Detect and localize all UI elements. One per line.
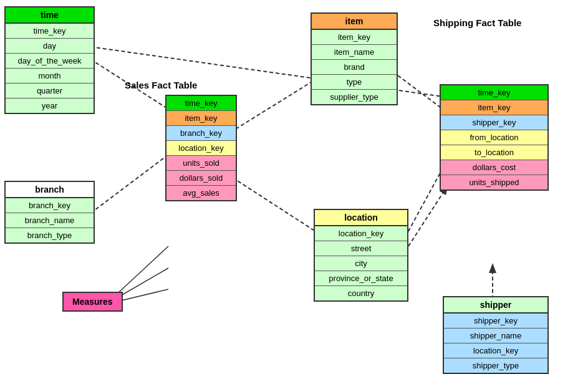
location-row-3: province_or_state [315, 271, 407, 286]
item-row-3: type [312, 75, 397, 90]
location-row-1: street [315, 241, 407, 256]
shipping-fact-row-to: to_location [441, 145, 547, 160]
svg-line-4 [233, 81, 313, 131]
svg-line-9 [405, 168, 443, 237]
location-table: location location_key street city provin… [314, 209, 408, 302]
time-row-0: time_key [6, 24, 94, 39]
item-row-2: brand [312, 60, 397, 75]
shipper-table-header: shipper [444, 297, 547, 314]
location-row-0: location_key [315, 226, 407, 241]
item-row-0: item_key [312, 30, 397, 45]
time-row-3: month [6, 69, 94, 84]
shipping-fact-label: Shipping Fact Table [433, 17, 521, 28]
svg-line-7 [393, 72, 443, 109]
sales-fact-row-branch: branch_key [166, 126, 236, 141]
time-row-4: quarter [6, 84, 94, 98]
time-table: time time_key day day_of_the_week month … [4, 6, 95, 114]
sales-fact-row-item: item_key [166, 111, 236, 126]
sales-fact-label: Sales Fact Table [125, 80, 197, 90]
shipper-row-2: location_key [444, 343, 547, 358]
shipper-row-1: shipper_name [444, 328, 547, 343]
item-table-header: item [312, 14, 397, 30]
diagram-container: Sales Fact Table Shipping Fact Table tim… [0, 0, 588, 374]
shipping-fact-row-shipper: shipper_key [441, 115, 547, 130]
shipper-row-3: shipper_type [444, 358, 547, 373]
sales-fact-row-dollars: dollars_sold [166, 171, 236, 186]
sales-fact-row-location: location_key [166, 141, 236, 156]
shipper-row-0: shipper_key [444, 314, 547, 328]
time-row-1: day [6, 39, 94, 54]
shipping-fact-row-dollars: dollars_cost [441, 160, 547, 175]
location-table-header: location [315, 210, 407, 226]
svg-line-10 [408, 193, 443, 246]
item-table: item item_key item_name brand type suppl… [311, 12, 398, 105]
sales-fact-row-avg: avg_sales [166, 186, 236, 200]
location-row-2: city [315, 256, 407, 271]
measures-box: Measures [62, 292, 123, 312]
branch-row-0: branch_key [6, 198, 94, 213]
shipper-table: shipper shipper_key shipper_name locatio… [443, 296, 549, 374]
shipping-fact-row-item: item_key [441, 100, 547, 115]
time-row-2: day_of_the_week [6, 54, 94, 69]
sales-fact-row-time: time_key [166, 96, 236, 111]
branch-table: branch branch_key branch_name branch_typ… [4, 181, 95, 244]
branch-table-header: branch [6, 182, 94, 198]
sales-fact-table: time_key item_key branch_key location_ke… [165, 95, 237, 201]
time-row-5: year [6, 98, 94, 113]
location-row-4: country [315, 286, 407, 300]
svg-line-5 [92, 155, 168, 212]
shipping-fact-row-units: units_shipped [441, 175, 547, 189]
shipping-fact-row-time: time_key [441, 85, 547, 100]
shipping-fact-row-from: from_location [441, 130, 547, 145]
branch-row-1: branch_name [6, 213, 94, 228]
branch-row-2: branch_type [6, 228, 94, 242]
item-row-4: supplier_type [312, 90, 397, 104]
item-row-1: item_name [312, 45, 397, 60]
sales-fact-row-units: units_sold [166, 156, 236, 171]
time-table-header: time [6, 7, 94, 24]
svg-line-6 [233, 178, 319, 234]
shipping-fact-table: time_key item_key shipper_key from_locat… [440, 84, 549, 191]
